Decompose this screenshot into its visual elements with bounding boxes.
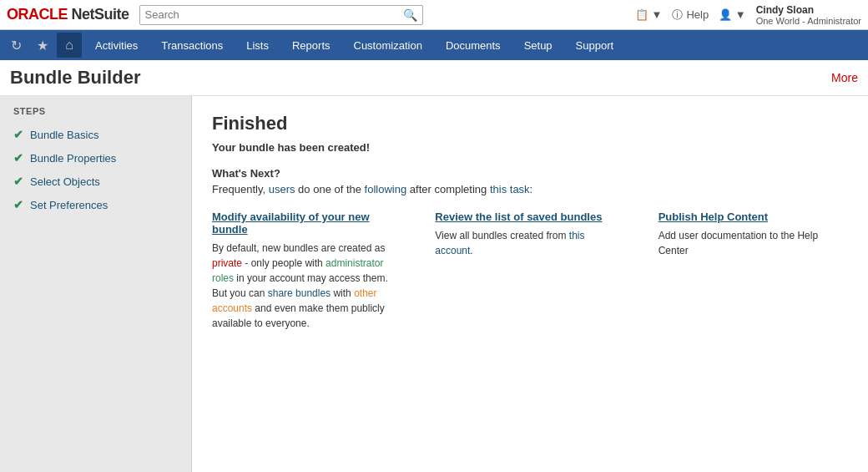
user-role: One World - Administrator (756, 16, 861, 26)
user-menu[interactable]: 👤 ▼ (719, 8, 745, 21)
frequently-static3: after completing (406, 183, 490, 195)
help-label: Help (686, 8, 709, 21)
search-input[interactable] (145, 8, 403, 21)
review-text1: View all bundles created from (435, 230, 569, 241)
actions-grid: Modify availability of your new bundle B… (212, 211, 848, 331)
frequently-colon: : (530, 183, 533, 195)
content-area: Finished Your bundle has been created! W… (192, 96, 868, 472)
check-icon-set-preferences: ✔ (13, 198, 23, 211)
nav-customization[interactable]: Customization (342, 30, 434, 60)
nav-support[interactable]: Support (564, 30, 626, 60)
desc-text1: By default, new bundles are created as (212, 242, 385, 254)
sidebar-label-set-preferences: Set Preferences (30, 199, 108, 211)
history-icon[interactable]: ↻ (3, 33, 28, 58)
desc-text2: - only people with (242, 257, 326, 269)
check-icon-select-objects: ✔ (13, 175, 23, 188)
page-header: Bundle Builder More (0, 60, 868, 96)
publish-help-description: Add user documentation to the Help Cente… (659, 228, 848, 258)
user-info: Cindy Sloan One World - Administrator (756, 4, 861, 26)
whats-next-label: What's Next? (212, 167, 848, 180)
sidebar-item-select-objects[interactable]: ✔ Select Objects (0, 170, 191, 193)
nav-setup[interactable]: Setup (512, 30, 564, 60)
nav-documents[interactable]: Documents (434, 30, 512, 60)
action-card-review-list: Review the list of saved bundles View al… (435, 211, 624, 258)
action-card-modify-availability: Modify availability of your new bundle B… (212, 211, 401, 331)
review-list-description: View all bundles created from this accou… (435, 228, 624, 258)
topbar: ORACLE NetSuite 🔍 📋 ▼ ⓘ Help 👤 ▼ Cindy S… (0, 0, 868, 30)
nav-lists[interactable]: Lists (235, 30, 280, 60)
this-task-link[interactable]: this task (490, 183, 530, 195)
users-link[interactable]: users (269, 183, 295, 195)
navbar: ↻ ★ ⌂ Activities Transactions Lists Repo… (0, 30, 868, 60)
user-name: Cindy Sloan (756, 4, 861, 16)
sidebar-item-bundle-properties[interactable]: ✔ Bundle Properties (0, 146, 191, 170)
nav-reports[interactable]: Reports (280, 30, 342, 60)
desc-text-blue1: share bundles (268, 287, 331, 299)
search-button[interactable]: 🔍 (403, 8, 417, 22)
search-container[interactable]: 🔍 (139, 5, 423, 25)
review-list-link[interactable]: Review the list of saved bundles (435, 211, 602, 223)
page-title: Bundle Builder (10, 67, 140, 89)
frequently-static2: do one of the (295, 183, 364, 195)
topbar-right: 📋 ▼ ⓘ Help 👤 ▼ Cindy Sloan One World - A… (635, 4, 861, 26)
shortcuts-icon[interactable]: 📋 ▼ (635, 8, 662, 21)
frequently-static: Frequently, (212, 183, 269, 195)
sidebar-item-set-preferences[interactable]: ✔ Set Preferences (0, 193, 191, 216)
frequently-text: Frequently, users do one of the followin… (212, 183, 848, 195)
check-icon-bundle-properties: ✔ (13, 151, 23, 165)
help-button[interactable]: ⓘ Help (672, 8, 709, 23)
sidebar-label-bundle-properties: Bundle Properties (30, 152, 116, 165)
modify-availability-link[interactable]: Modify availability of your new bundle (212, 211, 401, 236)
desc-text-red: private (212, 257, 242, 269)
nav-transactions[interactable]: Transactions (149, 30, 235, 60)
desc-text4: with (331, 287, 354, 299)
bundle-created-message: Your bundle has been created! (212, 141, 848, 154)
following-link[interactable]: following (365, 183, 407, 195)
more-link[interactable]: More (831, 71, 858, 84)
oracle-netsuite-logo: ORACLE NetSuite (7, 6, 129, 23)
action-card-publish-help: Publish Help Content Add user documentat… (659, 211, 848, 258)
steps-label: STEPS (0, 106, 191, 123)
review-text2: . (470, 245, 472, 256)
nav-activities[interactable]: Activities (83, 30, 149, 60)
sidebar-item-bundle-basics[interactable]: ✔ Bundle Basics (0, 123, 191, 146)
check-icon-bundle-basics: ✔ (13, 128, 23, 141)
sidebar-label-select-objects: Select Objects (30, 175, 100, 188)
modify-availability-description: By default, new bundles are created as p… (212, 241, 401, 331)
favorites-icon[interactable]: ★ (30, 33, 55, 58)
publish-help-link[interactable]: Publish Help Content (659, 211, 768, 223)
main-content: STEPS ✔ Bundle Basics ✔ Bundle Propertie… (0, 96, 868, 472)
logo: ORACLE NetSuite (7, 6, 129, 23)
finished-title: Finished (212, 113, 848, 134)
sidebar-label-bundle-basics: Bundle Basics (30, 129, 98, 141)
home-icon[interactable]: ⌂ (57, 33, 82, 58)
sidebar: STEPS ✔ Bundle Basics ✔ Bundle Propertie… (0, 96, 192, 472)
